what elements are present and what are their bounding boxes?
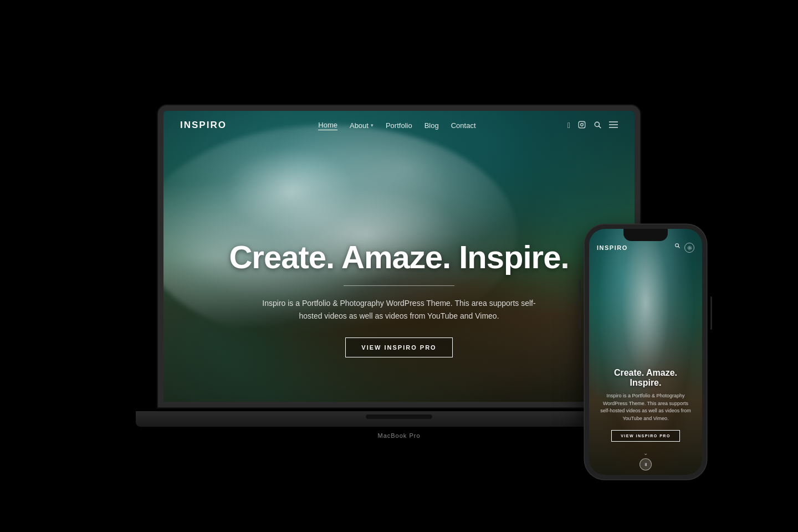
laptop-hero-title: Create. Amaze. Inspire. — [229, 238, 569, 275]
phone-hero-subtitle: Inspiro is a Portfolio & Photography Wor… — [598, 392, 693, 422]
phone-screen: INSPIRO — [589, 229, 702, 475]
laptop-logo: INSPIRO — [180, 120, 227, 131]
svg-line-9 — [678, 247, 679, 248]
instagram-icon[interactable] — [578, 121, 586, 130]
svg-point-11 — [688, 246, 692, 250]
phone-pause-button[interactable]: ⏸ — [640, 458, 652, 470]
hamburger-menu-icon[interactable] — [609, 121, 618, 130]
nav-icon-group:  — [567, 121, 618, 130]
laptop-hero-subtitle: Inspiro is a Portfolio & Photography Wor… — [260, 297, 538, 322]
laptop-base: MacBook Pro — [136, 411, 662, 427]
phone-device: INSPIRO — [585, 224, 707, 479]
about-chevron-icon: ▾ — [371, 122, 374, 128]
nav-link-portfolio[interactable]: Portfolio — [386, 121, 412, 130]
phone-hero-section: Create. Amaze. Inspire. Inspiro is a Por… — [589, 368, 702, 442]
phone-notch — [623, 229, 668, 241]
svg-line-4 — [599, 126, 601, 127]
phone-logo: INSPIRO — [597, 244, 628, 251]
nav-link-home[interactable]: Home — [318, 121, 337, 130]
laptop-model-label: MacBook Pro — [377, 432, 420, 439]
phone-navbar: INSPIRO — [589, 243, 702, 253]
laptop-device: INSPIRO Home About ▾ Portfolio Blog Cont… — [158, 105, 640, 427]
laptop-hero-section: Create. Amaze. Inspire. Inspiro is a Por… — [163, 238, 635, 357]
laptop-screen: INSPIRO Home About ▾ Portfolio Blog Cont… — [163, 111, 635, 402]
phone-scroll-arrow: ⌄ — [643, 450, 648, 456]
laptop-cta-button[interactable]: VIEW INSPIRO PRO — [345, 337, 452, 357]
phone-cta-button[interactable]: VIEW INSPIRO PRO — [611, 430, 680, 442]
phone-volume-down-button — [579, 308, 581, 330]
laptop-nav-links: Home About ▾ Portfolio Blog Contact — [318, 121, 475, 130]
phone-camera-icon[interactable] — [684, 243, 694, 253]
search-icon[interactable] — [594, 121, 601, 130]
scene: INSPIRO Home About ▾ Portfolio Blog Cont… — [0, 0, 798, 532]
svg-point-2 — [584, 122, 584, 123]
phone-hero-title: Create. Amaze. Inspire. — [598, 368, 693, 388]
nav-link-about[interactable]: About ▾ — [350, 121, 374, 130]
nav-link-contact[interactable]: Contact — [451, 121, 476, 130]
nav-link-blog[interactable]: Blog — [424, 121, 439, 130]
svg-rect-0 — [579, 121, 585, 128]
facebook-icon[interactable]:  — [567, 121, 570, 130]
laptop-hero-divider — [344, 285, 454, 286]
laptop-screen-body: INSPIRO Home About ▾ Portfolio Blog Cont… — [158, 105, 640, 407]
phone-nav-icons — [674, 243, 694, 253]
phone-search-icon[interactable] — [674, 243, 680, 253]
phone-body: INSPIRO — [585, 224, 707, 479]
svg-point-10 — [689, 247, 690, 249]
laptop-navbar: INSPIRO Home About ▾ Portfolio Blog Cont… — [163, 111, 635, 140]
phone-volume-up-button — [579, 280, 581, 302]
phone-bottom-controls: ⏸ — [640, 458, 652, 470]
phone-power-button — [710, 296, 712, 330]
svg-point-1 — [581, 123, 584, 126]
